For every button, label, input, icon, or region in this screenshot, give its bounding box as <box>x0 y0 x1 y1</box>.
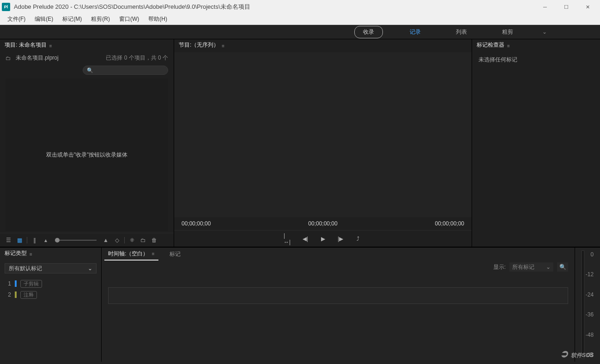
marker-type-header[interactable]: 标记类型 ≡ <box>0 248 101 261</box>
project-panel: 项目: 未命名项目 ≡ 🗀 未命名项目.plproj 已选择 0 个项目，共 0… <box>0 39 174 247</box>
show-marker-dropdown[interactable]: 所有标记 ⌄ <box>509 262 553 272</box>
mark-in-out-icon[interactable]: |↔| <box>284 235 292 243</box>
marker-type-panel: 标记类型 ≡ 所有默认标记 ⌄ 1 子剪辑 2 注释 <box>0 248 102 362</box>
marker-item-label: 注释 <box>20 291 37 299</box>
timeline-tab-row: 时间轴:（空白） ≡ 标记 <box>102 248 575 261</box>
timecode-current[interactable]: 00;00;00;00 <box>182 220 211 227</box>
search-icon: 🔍 <box>559 264 566 270</box>
project-file-name: 未命名项目.plproj <box>16 54 106 62</box>
folder-icon: 🗀 <box>6 55 13 61</box>
marker-item-number: 1 <box>4 280 11 287</box>
minimize-button[interactable]: ─ <box>534 0 556 14</box>
window-title: Adobe Prelude 2020 - C:\Users\SOS\Docume… <box>14 3 534 11</box>
project-search-input[interactable]: 🔍 <box>83 66 168 75</box>
titlebar: Pl Adobe Prelude 2020 - C:\Users\SOS\Doc… <box>0 0 600 14</box>
timeline-search-button[interactable]: 🔍 <box>557 262 568 272</box>
menu-help[interactable]: 帮助(H) <box>144 14 172 24</box>
program-time-row: 00;00;00;00 00;00;00;00 00;00;00;00 <box>174 217 472 230</box>
new-bin-icon[interactable]: 🗀 <box>139 237 147 244</box>
maximize-button[interactable]: ☐ <box>556 0 577 14</box>
delete-icon[interactable]: 🗑 <box>151 237 158 244</box>
zoom-small-icon[interactable]: ▴ <box>42 237 49 244</box>
tab-timeline[interactable]: 时间轴:（空白） ≡ <box>104 248 158 261</box>
marker-inspector-panel: 标记检查器 ≡ 未选择任何标记 <box>472 39 600 247</box>
chevron-down-icon: ⌄ <box>88 265 92 272</box>
play-icon[interactable]: ▶ <box>319 235 327 243</box>
timeline-track[interactable] <box>108 287 568 304</box>
project-file-row: 🗀 未命名项目.plproj 已选择 0 个项目，共 0 个 <box>0 52 174 64</box>
timeline-filter-row: 显示: 所有标记 ⌄ 🔍 <box>102 261 575 273</box>
marker-type-item[interactable]: 2 注释 <box>4 289 97 300</box>
project-bin-hint: 双击或单击"收录"按钮以收录媒体 <box>46 151 128 159</box>
program-panel-header[interactable]: 节目:（无序列） ≡ <box>174 39 472 52</box>
inspector-panel-header[interactable]: 标记检查器 ≡ <box>472 39 600 52</box>
inspector-panel-title: 标记检查器 <box>477 41 504 51</box>
sort-up-icon[interactable]: ▲ <box>102 237 109 244</box>
upper-row: 项目: 未命名项目 ≡ 🗀 未命名项目.plproj 已选择 0 个项目，共 0… <box>0 39 600 247</box>
marker-type-title: 标记类型 <box>5 249 27 259</box>
program-controls: |↔| ◀| ▶ |▶ ⤴ <box>174 230 472 247</box>
marker-set-selector[interactable]: 所有默认标记 ⌄ <box>5 263 97 273</box>
audio-meter-panel: 0 -12 -24 -36 -48 dB <box>575 248 600 362</box>
menu-window[interactable]: 窗口(W) <box>115 14 144 24</box>
panel-menu-icon[interactable]: ≡ <box>507 43 510 49</box>
search-icon: 🔍 <box>87 67 93 73</box>
timecode-duration[interactable]: 00;00;00;00 <box>435 220 464 227</box>
project-toolbar: ☰ ▦ ‖ ▴ ▲ ◇ ⁜ 🗀 🗑 <box>0 233 174 247</box>
marker-color-swatch <box>15 291 17 298</box>
close-button[interactable]: ✕ <box>577 0 598 14</box>
lower-row: 标记类型 ≡ 所有默认标记 ⌄ 1 子剪辑 2 注释 时间轴:（空白） ≡ <box>0 247 600 362</box>
app-icon: Pl <box>2 3 10 11</box>
menu-file[interactable]: 文件(F) <box>3 14 30 24</box>
marker-color-swatch <box>15 280 17 287</box>
project-selection-text: 已选择 0 个项目，共 0 个 <box>106 54 168 62</box>
project-panel-title: 项目: 未命名项目 <box>5 41 47 51</box>
list-view-icon[interactable]: ☰ <box>5 237 12 244</box>
panel-menu-icon[interactable]: ≡ <box>222 43 224 49</box>
project-panel-header[interactable]: 项目: 未命名项目 ≡ <box>0 39 174 52</box>
marker-item-label: 子剪辑 <box>20 280 42 288</box>
timecode-in[interactable]: 00;00;00;00 <box>308 220 337 227</box>
marker-type-list: 1 子剪辑 2 注释 <box>0 276 101 302</box>
step-back-icon[interactable]: ◀| <box>301 235 309 243</box>
step-forward-icon[interactable]: |▶ <box>336 235 345 243</box>
audio-meter-scale: 0 -12 -24 -36 -48 dB <box>586 250 594 359</box>
timeline-panel: 时间轴:（空白） ≡ 标记 显示: 所有标记 ⌄ 🔍 <box>102 248 575 362</box>
program-video-area[interactable] <box>174 52 472 217</box>
chevron-down-icon: ⌄ <box>546 264 551 270</box>
workspace-ingest[interactable]: 收录 <box>354 26 383 38</box>
panel-menu-icon[interactable]: ≡ <box>49 43 52 49</box>
export-icon[interactable]: ⤴ <box>354 235 362 243</box>
menubar: 文件(F) 编辑(E) 标记(M) 粗剪(R) 窗口(W) 帮助(H) <box>0 14 600 25</box>
workspace-list[interactable]: 列表 <box>448 26 475 38</box>
workspace-roughcut[interactable]: 粗剪 <box>494 26 521 38</box>
tab-timeline-label: 时间轴:（空白） <box>108 250 148 257</box>
strip-icon[interactable]: ‖ <box>31 237 38 244</box>
show-marker-value: 所有标记 <box>512 263 534 271</box>
marker-set-value: 所有默认标记 <box>9 265 42 273</box>
workspace-bar: 收录 记录 列表 粗剪 ⌄ <box>0 25 600 39</box>
program-panel-title: 节目:（无序列） <box>179 41 219 51</box>
panel-menu-icon[interactable]: ≡ <box>30 252 32 257</box>
menu-roughcut[interactable]: 粗剪(R) <box>86 14 115 24</box>
thumbnail-size-slider[interactable] <box>55 240 97 241</box>
marker-type-item[interactable]: 1 子剪辑 <box>4 278 97 289</box>
workspace-logging[interactable]: 记录 <box>401 26 429 38</box>
tab-markers[interactable]: 标记 <box>166 249 184 260</box>
inspector-empty-text: 未选择任何标记 <box>472 52 600 67</box>
marker-item-number: 2 <box>4 291 11 298</box>
audio-meter-bars <box>582 250 584 359</box>
project-bin-area[interactable]: 双击或单击"收录"按钮以收录媒体 <box>6 79 168 231</box>
sort-option-icon[interactable]: ◇ <box>113 237 121 244</box>
show-label: 显示: <box>493 263 506 271</box>
program-panel: 节目:（无序列） ≡ 00;00;00;00 00;00;00;00 00;00… <box>174 39 472 247</box>
menu-marker[interactable]: 标记(M) <box>58 14 86 24</box>
locate-icon[interactable]: ⁜ <box>128 237 136 244</box>
panel-menu-icon[interactable]: ≡ <box>152 251 155 256</box>
menu-edit[interactable]: 编辑(E) <box>30 14 58 24</box>
workspace-overflow-icon[interactable]: ⌄ <box>540 29 549 35</box>
thumbnail-view-icon[interactable]: ▦ <box>16 237 23 244</box>
